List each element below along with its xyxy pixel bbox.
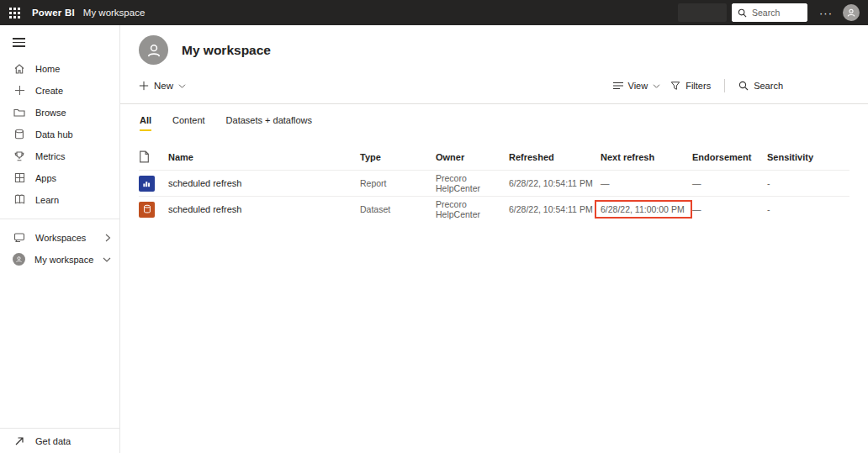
home-icon xyxy=(13,62,26,76)
chevron-down-icon xyxy=(103,256,111,263)
cell-type: Report xyxy=(360,178,436,188)
sidebar-item-metrics[interactable]: Metrics xyxy=(0,145,119,167)
filter-icon xyxy=(670,81,680,91)
new-button-label: New xyxy=(154,81,173,91)
waffle-icon xyxy=(9,8,20,18)
apps-icon xyxy=(13,171,26,185)
person-icon xyxy=(146,42,162,59)
sidebar-item-my-workspace[interactable]: My workspace xyxy=(0,249,119,271)
chevron-down-icon xyxy=(653,83,660,89)
tab-datasets-dataflows[interactable]: Datasets + dataflows xyxy=(226,115,312,131)
plus-icon xyxy=(139,81,149,91)
document-icon xyxy=(139,150,168,165)
workspace-avatar xyxy=(13,253,25,266)
sidebar-item-label: Apps xyxy=(35,173,56,183)
topbar-workspace-label: My workspace xyxy=(83,8,146,18)
plus-icon xyxy=(13,84,26,97)
metrics-icon xyxy=(13,150,26,163)
tab-content[interactable]: Content xyxy=(172,115,205,131)
cell-next-refresh: 6/28/22, 11:00:00 PM xyxy=(601,204,685,214)
folder-icon xyxy=(13,106,26,119)
sidebar-item-label: Home xyxy=(35,64,60,74)
cell-next-refresh: — xyxy=(601,178,692,188)
database-icon xyxy=(13,128,26,141)
chevron-right-icon xyxy=(104,234,111,242)
dataset-tile-icon xyxy=(139,202,155,218)
list-search-label: Search xyxy=(754,81,783,91)
workspace-header-avatar xyxy=(139,35,168,65)
cell-refreshed: 6/28/22, 10:54:11 PM xyxy=(509,204,601,214)
cell-name[interactable]: scheduled refresh xyxy=(168,204,360,214)
arrow-up-right-icon xyxy=(13,435,26,448)
get-data-button[interactable]: Get data xyxy=(0,428,119,453)
sidebar-item-create[interactable]: Create xyxy=(0,80,119,102)
app-launcher-button[interactable] xyxy=(0,0,29,25)
cell-sensitivity: - xyxy=(767,178,849,188)
chevron-down-icon xyxy=(178,83,186,89)
more-options-icon[interactable]: ··· xyxy=(819,7,833,19)
column-header-endorsement[interactable]: Endorsement xyxy=(692,152,767,162)
sidebar-item-label: Metrics xyxy=(35,151,65,161)
table-row[interactable]: scheduled refresh Dataset Precoro HelpCe… xyxy=(139,196,849,222)
cell-name[interactable]: scheduled refresh xyxy=(168,178,360,188)
cell-refreshed: 6/28/22, 10:54:11 PM xyxy=(509,178,601,188)
cell-owner: Precoro HelpCenter xyxy=(436,173,509,193)
top-bar: Power BI My workspace Search ··· xyxy=(0,0,868,25)
filters-button-label: Filters xyxy=(685,81,711,91)
app-brand[interactable]: Power BI xyxy=(32,8,75,18)
next-refresh-highlight-box: 6/28/22, 11:00:00 PM xyxy=(595,200,692,219)
filters-button[interactable]: Filters xyxy=(665,77,716,94)
cell-endorsement: — xyxy=(692,204,767,214)
sidebar-item-label: Data hub xyxy=(35,129,73,140)
topbar-placeholder-box xyxy=(678,3,727,22)
sidebar-item-apps[interactable]: Apps xyxy=(0,167,119,189)
global-search-input[interactable]: Search xyxy=(732,3,807,22)
sidebar-item-label: Browse xyxy=(35,108,66,118)
content-tabs: All Content Datasets + dataflows xyxy=(120,115,868,131)
cell-type: Dataset xyxy=(360,204,436,214)
toolbar-separator xyxy=(724,79,725,92)
column-header-sensitivity[interactable]: Sensitivity xyxy=(767,152,849,162)
list-search-button[interactable]: Search xyxy=(733,77,788,94)
column-header-name[interactable]: Name xyxy=(168,152,360,162)
column-header-type[interactable]: Type xyxy=(360,152,436,162)
table-header-row: Name Type Owner Refreshed Next refresh E… xyxy=(139,145,849,170)
cell-endorsement: — xyxy=(692,178,767,188)
sidebar-item-label: Create xyxy=(35,86,63,96)
sidebar-item-label: Learn xyxy=(35,195,59,205)
view-button[interactable]: View xyxy=(608,77,666,94)
person-icon xyxy=(846,8,856,18)
report-tile-icon xyxy=(139,176,155,192)
workspaces-icon xyxy=(13,231,26,245)
tab-all[interactable]: All xyxy=(140,115,151,131)
cell-owner: Precoro HelpCenter xyxy=(436,199,509,219)
table-row[interactable]: scheduled refresh Report Precoro HelpCen… xyxy=(139,170,849,196)
search-icon xyxy=(738,81,749,91)
column-header-owner[interactable]: Owner xyxy=(436,152,509,162)
search-icon xyxy=(738,8,747,18)
cell-sensitivity: - xyxy=(767,204,849,214)
new-button[interactable]: New xyxy=(139,81,186,91)
sidebar-item-label: Workspaces xyxy=(35,233,86,243)
sidebar: Home Create Browse Data hub Metrics xyxy=(0,25,120,453)
sidebar-item-browse[interactable]: Browse xyxy=(0,102,119,124)
sidebar-item-learn[interactable]: Learn xyxy=(0,189,119,211)
content-table: Name Type Owner Refreshed Next refresh E… xyxy=(139,145,849,222)
sidebar-item-workspaces[interactable]: Workspaces xyxy=(0,227,119,249)
sidebar-item-label: My workspace xyxy=(34,255,93,265)
main-content: My workspace New View Filters xyxy=(120,25,868,453)
sidebar-item-home[interactable]: Home xyxy=(0,58,119,80)
page-title: My workspace xyxy=(182,43,271,58)
sidebar-item-data-hub[interactable]: Data hub xyxy=(0,124,119,145)
get-data-label: Get data xyxy=(35,436,71,446)
sidebar-divider xyxy=(0,219,119,219)
search-placeholder-text: Search xyxy=(752,8,780,18)
toolbar-divider xyxy=(120,103,868,104)
column-header-next-refresh[interactable]: Next refresh xyxy=(601,152,692,162)
book-icon xyxy=(13,193,26,207)
account-avatar[interactable] xyxy=(843,4,860,21)
sidebar-collapse-button[interactable] xyxy=(0,25,119,58)
column-header-refreshed[interactable]: Refreshed xyxy=(509,152,601,162)
view-button-label: View xyxy=(628,81,648,91)
list-view-icon xyxy=(613,82,623,90)
